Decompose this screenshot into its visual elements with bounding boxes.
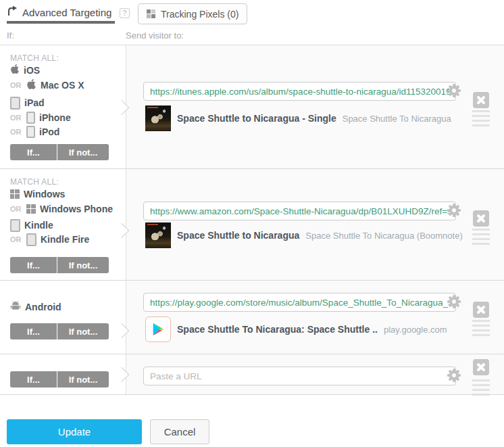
gear-icon[interactable] <box>447 204 461 217</box>
destination-url-input[interactable] <box>143 202 456 220</box>
destination-url-input[interactable] <box>143 293 456 312</box>
link-preview-title: Space Shuttle to Nicaragua <box>177 230 299 241</box>
smartphone-icon <box>26 112 35 124</box>
remove-rule-icon[interactable] <box>473 302 489 318</box>
send-visitor-column-header: Send visitor to: <box>126 30 184 41</box>
panel-divider <box>126 45 126 395</box>
if-column-header: If: <box>7 30 14 41</box>
help-icon[interactable]: ? <box>120 8 130 18</box>
fork-arrow-icon <box>7 5 18 19</box>
gear-icon[interactable] <box>447 84 461 97</box>
google-play-icon <box>145 316 171 342</box>
link-preview-subtitle: play.google.com <box>384 325 447 335</box>
pixels-grid-icon <box>147 9 155 18</box>
condition-buttons: If... If not... <box>10 323 109 339</box>
condition-kindle-fire: OR Kindle Fire <box>10 233 89 245</box>
windows-icon <box>10 189 20 199</box>
condition-kindle: Kindle <box>10 219 53 231</box>
rule-section-apple: MATCH ALL: iOS OR Mac OS X iPad OR iPhon… <box>0 45 504 169</box>
album-art-thumbnail <box>145 222 171 248</box>
footer: Update Cancel <box>0 395 504 446</box>
condition-iphone: OR iPhone <box>10 112 71 124</box>
if-not-button[interactable]: If not... <box>57 371 109 387</box>
android-icon <box>10 301 21 314</box>
link-preview-title: Space Shuttle To Nicaragua: Space Shuttl… <box>177 324 378 335</box>
targeting-rules: MATCH ALL: iOS OR Mac OS X iPad OR iPhon… <box>0 45 504 395</box>
if-not-button[interactable]: If not... <box>57 144 109 160</box>
drag-handle-icon[interactable] <box>472 229 490 248</box>
link-preview: Space Shuttle to Nicaragua - Single Spac… <box>177 113 451 124</box>
link-preview-title: Space Shuttle to Nicaragua - Single <box>177 113 336 124</box>
condition-label: Kindle Fire <box>41 234 89 245</box>
album-art-thumbnail <box>145 105 171 131</box>
condition-ipod: OR iPod <box>10 126 59 138</box>
or-label: OR <box>10 235 22 243</box>
update-button[interactable]: Update <box>7 419 142 444</box>
if-not-button[interactable]: If not... <box>57 257 109 273</box>
condition-label: iPod <box>39 126 59 137</box>
gear-icon[interactable] <box>447 369 461 382</box>
condition-buttons: If... If not... <box>10 257 109 273</box>
condition-macosx: OR Mac OS X <box>10 79 84 91</box>
tab-advanced-targeting[interactable]: Advanced Targeting <box>7 3 115 21</box>
if-not-button[interactable]: If not... <box>57 323 109 339</box>
link-preview-subtitle: Space Shuttle To Nicaragua <box>343 114 451 124</box>
destination-url-input[interactable] <box>143 82 456 101</box>
or-label: OR <box>10 114 22 122</box>
condition-label: Windows Phone <box>40 204 113 214</box>
rule-arrow <box>114 223 130 239</box>
condition-ipad: iPad <box>10 97 45 109</box>
drag-handle-icon[interactable] <box>472 110 490 129</box>
condition-ios: iOS <box>10 64 40 76</box>
destination-url-input[interactable] <box>143 367 456 385</box>
remove-rule-icon[interactable] <box>473 359 489 375</box>
tablet-icon <box>10 219 20 232</box>
rule-arrow <box>114 100 130 116</box>
or-label: OR <box>10 128 22 136</box>
link-preview-subtitle: Space Shuttle To Nicaragua (Boomnote) <box>305 231 462 241</box>
condition-buttons: If... If not... <box>10 371 109 387</box>
if-button[interactable]: If... <box>10 144 57 160</box>
if-button[interactable]: If... <box>10 371 57 387</box>
condition-windows: Windows <box>10 188 65 200</box>
remove-rule-icon[interactable] <box>473 92 489 108</box>
tab-advanced-targeting-label: Advanced Targeting <box>22 7 111 18</box>
cancel-button[interactable]: Cancel <box>150 419 209 444</box>
tablet-icon <box>26 233 36 246</box>
tab-tracking-pixels[interactable]: Tracking Pixels (0) <box>138 3 247 24</box>
tablet-icon <box>10 97 20 110</box>
match-all-label: MATCH ALL: <box>10 177 59 187</box>
condition-label: iPad <box>24 97 45 108</box>
condition-android: Android <box>10 301 61 313</box>
condition-label: Windows <box>24 189 65 199</box>
windows-icon <box>26 204 36 214</box>
drag-handle-icon[interactable] <box>472 320 490 339</box>
if-button[interactable]: If... <box>10 323 57 339</box>
rule-section-android: Android If... If not... Space Shuttle To… <box>0 281 504 354</box>
gear-icon[interactable] <box>447 295 461 308</box>
or-label: OR <box>10 205 22 213</box>
condition-label: Android <box>25 302 61 312</box>
condition-label: Kindle <box>24 220 53 231</box>
tab-tracking-pixels-label: Tracking Pixels (0) <box>161 9 238 20</box>
link-preview: Space Shuttle To Nicaragua: Space Shuttl… <box>177 324 447 335</box>
rule-arrow <box>114 367 130 383</box>
link-preview: Space Shuttle to Nicaragua Space Shuttle… <box>177 230 463 241</box>
condition-windows-phone: OR Windows Phone <box>10 203 113 215</box>
match-all-label: MATCH ALL: <box>10 53 59 63</box>
apple-icon <box>10 64 20 77</box>
rule-section-empty: If... If not... <box>0 354 504 395</box>
condition-buttons: If... If not... <box>10 144 109 160</box>
condition-label: iOS <box>24 65 40 76</box>
column-headers: If: Send visitor to: <box>0 28 504 45</box>
smartphone-icon <box>26 126 35 138</box>
remove-rule-icon[interactable] <box>473 210 489 227</box>
or-label: OR <box>10 81 22 89</box>
condition-label: Mac OS X <box>41 80 84 91</box>
active-tab-underline <box>7 21 115 24</box>
tab-bar: Advanced Targeting ? Tracking Pixels (0) <box>0 0 504 28</box>
apple-icon <box>26 78 36 93</box>
rule-arrow <box>114 323 130 339</box>
if-button[interactable]: If... <box>10 257 57 273</box>
rule-section-windows: MATCH ALL: Windows OR Windows Phone Kind… <box>0 169 504 281</box>
